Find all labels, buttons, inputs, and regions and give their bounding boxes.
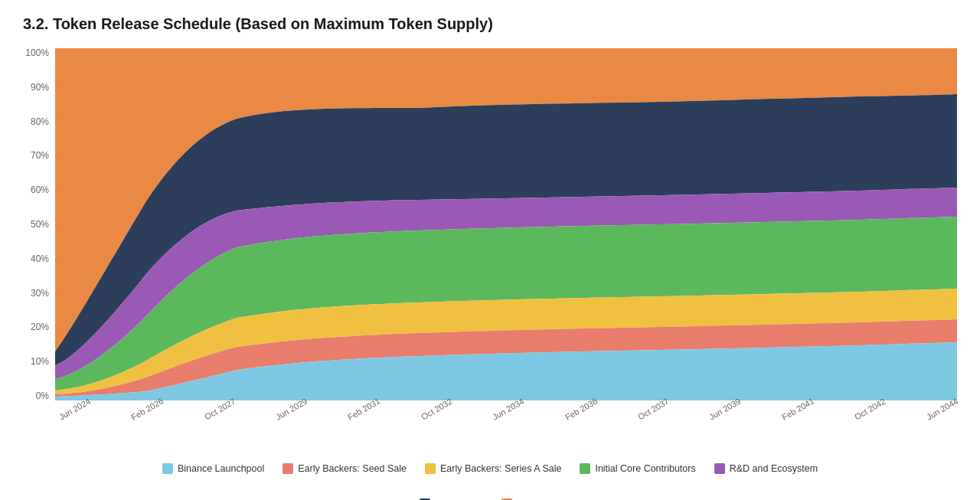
x-label-9: Jun 2039 [708, 397, 756, 446]
x-label-6: Jun 2034 [491, 397, 539, 446]
y-label-60: 60% [23, 185, 49, 194]
legend-swatch-seed-sale [283, 463, 293, 474]
legend-swatch-series-a [425, 463, 436, 474]
stacked-area-chart [55, 48, 957, 400]
legend-series-a: Early Backers: Series A Sale [425, 463, 561, 474]
y-label-20: 20% [23, 322, 49, 332]
y-label-0: 0% [23, 391, 49, 400]
chart-svg-wrapper: Jun 2024 Feb 2026 Oct 2027 Jun 2029 Feb … [55, 48, 957, 442]
x-label-11: Oct 2042 [853, 397, 901, 446]
legend-label-core-contributors: Initial Core Contributors [595, 463, 695, 474]
x-label-8: Oct 2037 [636, 397, 684, 446]
x-label-0: Jun 2024 [57, 397, 106, 446]
y-label-90: 90% [23, 83, 49, 92]
legend-rd-ecosystem: R&D and Ecosystem [714, 463, 818, 474]
x-label-5: Oct 2032 [420, 397, 468, 446]
x-label-1: Feb 2026 [129, 396, 178, 446]
x-label-3: Jun 2029 [274, 397, 322, 446]
y-label-50: 50% [23, 220, 49, 229]
x-label-2: Oct 2027 [203, 397, 251, 446]
y-label-80: 80% [23, 117, 49, 126]
x-label-12: Jun 2044 [925, 397, 973, 446]
page-title: 3.2. Token Release Schedule (Based on Ma… [23, 15, 957, 33]
y-label-40: 40% [23, 254, 49, 263]
y-label-100: 100% [23, 48, 49, 57]
legend-label-rd-ecosystem: R&D and Ecosystem [730, 463, 818, 474]
x-label-10: Feb 2041 [780, 396, 829, 446]
legend-swatch-launchpool [162, 463, 173, 474]
legend-core-contributors: Initial Core Contributors [580, 463, 695, 474]
legend-label-seed-sale: Early Backers: Seed Sale [298, 463, 407, 474]
legend-label-launchpool: Binance Launchpool [178, 463, 264, 474]
x-label-4: Feb 2031 [346, 396, 395, 446]
y-label-70: 70% [23, 151, 49, 160]
x-label-7: Feb 2036 [564, 396, 612, 446]
chart-legend: Binance Launchpool Early Backers: Seed S… [23, 463, 957, 500]
x-axis: Jun 2024 Feb 2026 Oct 2027 Jun 2029 Feb … [55, 405, 957, 442]
legend-seed-sale: Early Backers: Seed Sale [283, 463, 407, 474]
y-label-10: 10% [23, 357, 49, 366]
y-label-30: 30% [23, 289, 49, 298]
legend-launchpool: Binance Launchpool [162, 463, 264, 474]
chart-container: 0% 10% 20% 30% 40% 50% 60% 70% 80% 90% 1… [23, 48, 957, 500]
legend-swatch-rd-ecosystem [714, 463, 725, 474]
legend-label-series-a: Early Backers: Series A Sale [440, 463, 561, 474]
legend-swatch-core-contributors [580, 463, 590, 474]
y-axis: 0% 10% 20% 30% 40% 50% 60% 70% 80% 90% 1… [23, 48, 55, 400]
